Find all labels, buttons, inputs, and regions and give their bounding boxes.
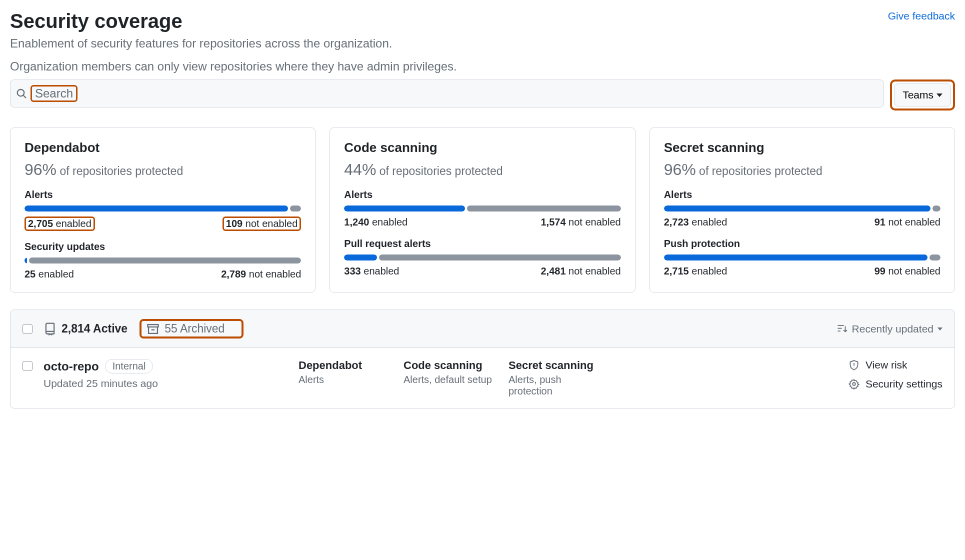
archived-count: 55 [164,322,178,335]
card-title: Code scanning [344,140,620,156]
progress-bar [24,206,301,212]
row-checkbox[interactable] [22,361,32,371]
teams-dropdown-highlight: Teams [890,80,955,110]
repo-list-header: 2,814 Active 55 Archived Recently update… [10,310,954,348]
chevron-down-icon [938,328,942,330]
metric-label: Alerts [24,189,301,200]
feature-title: Dependabot [298,359,398,372]
feature-subtitle: Alerts [298,374,398,386]
gear-icon [848,378,860,390]
select-all-checkbox[interactable] [22,324,32,334]
page-subtitle: Enablement of security features for repo… [10,36,955,50]
enabled-count-highlight: 2,705 enabled [24,216,95,231]
metric-label: Pull request alerts [344,238,620,250]
repo-icon [44,322,56,336]
shield-alert-icon [848,360,860,370]
metric-label: Security updates [24,241,301,252]
progress-bar [344,206,620,212]
metric-counts: 2,723 enabled91 not enabled [664,216,940,228]
metric-label: Alerts [664,189,940,200]
give-feedback-link[interactable]: Give feedback [888,10,955,22]
active-label: Active [93,322,128,335]
feature-column: Code scanningAlerts, default setup [404,359,508,397]
metric-counts: 25 enabled2,789 not enabled [24,268,301,280]
card-pct: 44% of repositories protected [344,160,620,179]
archive-icon [146,322,160,336]
metric-counts: 1,240 enabled1,574 not enabled [344,216,620,228]
not-enabled-count-highlight: 109 not enabled [222,216,301,231]
sort-label: Recently updated [852,323,934,335]
view-risk-link[interactable]: View risk [848,359,942,371]
visibility-badge: Internal [105,359,154,374]
metric-counts: 2,705 enabled109 not enabled [24,216,301,231]
sort-dropdown[interactable]: Recently updated [837,323,942,335]
progress-bar [344,254,620,260]
card-pct: 96% of repositories protected [664,160,940,179]
archived-tab-highlight: 55 Archived [140,319,244,338]
progress-bar [664,206,940,212]
chevron-down-icon [936,94,942,97]
feature-column: Secret scanningAlerts, push protection [508,359,614,397]
repo-row: octo-repo Internal Updated 25 minutes ag… [10,348,954,408]
view-risk-label: View risk [866,359,908,371]
svg-point-0 [852,382,856,386]
active-count: 2,814 [62,322,90,335]
feature-column: DependabotAlerts [298,359,404,397]
metric-label: Alerts [344,189,620,200]
security-settings-link[interactable]: Security settings [848,378,942,390]
repo-name[interactable]: octo-repo [44,360,99,374]
updated-time: Updated 25 minutes ago [44,378,298,390]
tab-archived[interactable]: 55 Archived [146,322,224,336]
card-title: Dependabot [24,140,301,156]
teams-label: Teams [902,89,934,101]
progress-bar [664,254,940,260]
feature-subtitle: Alerts, default setup [404,374,502,386]
card-title: Secret scanning [664,140,940,156]
search-input[interactable]: Search [10,80,884,108]
tab-active[interactable]: 2,814 Active [44,322,128,336]
metric-label: Push protection [664,238,940,250]
search-icon [16,88,28,100]
feature-title: Code scanning [404,359,502,372]
page-title: Security coverage [10,10,182,32]
card-pct: 96% of repositories protected [24,160,301,179]
archived-label: Archived [180,322,224,335]
teams-dropdown[interactable]: Teams [894,84,951,106]
security-settings-label: Security settings [866,378,942,390]
coverage-card: Dependabot96% of repositories protectedA… [10,128,316,292]
permissions-note: Organization members can only view repos… [10,60,955,74]
progress-bar [24,258,301,264]
sort-icon [837,324,848,334]
coverage-card: Secret scanning96% of repositories prote… [650,128,955,292]
feature-title: Secret scanning [508,359,608,372]
feature-subtitle: Alerts, push protection [508,374,608,397]
metric-counts: 2,715 enabled99 not enabled [664,266,940,277]
metric-counts: 333 enabled2,481 not enabled [344,266,620,277]
coverage-card: Code scanning44% of repositories protect… [330,128,635,292]
search-placeholder: Search [30,85,78,102]
